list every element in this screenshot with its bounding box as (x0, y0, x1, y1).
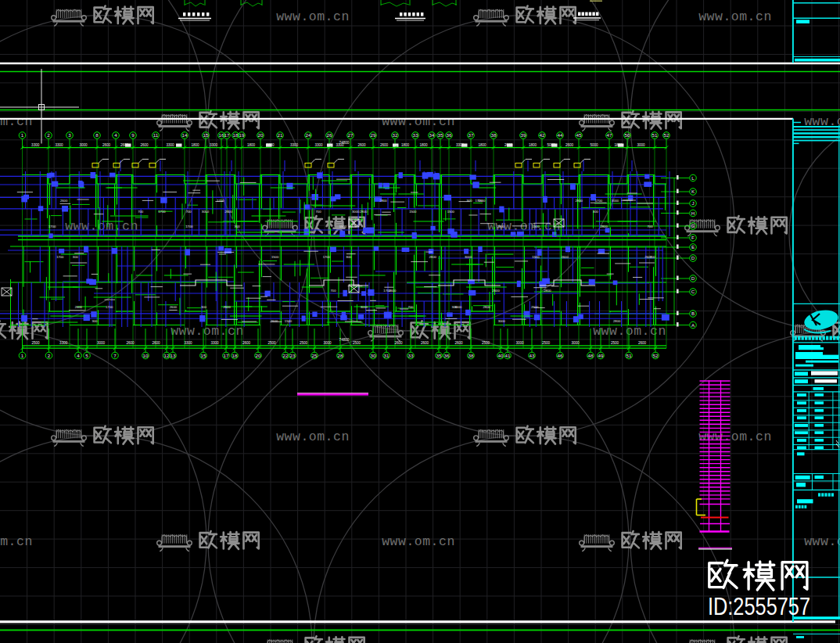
svg-text:1700: 1700 (595, 199, 603, 203)
svg-text:1800: 1800 (401, 143, 410, 147)
svg-text:7: 7 (113, 353, 117, 358)
svg-text:2500: 2500 (542, 341, 551, 345)
svg-text:2800: 2800 (429, 255, 437, 259)
svg-text:2600: 2600 (454, 341, 463, 345)
svg-text:2800: 2800 (483, 305, 491, 309)
svg-text:www.om.cn: www.om.cn (171, 324, 244, 339)
svg-text:2800: 2800 (497, 225, 505, 228)
svg-text:1800: 1800 (247, 143, 256, 147)
svg-text:www.om.cn: www.om.cn (698, 9, 772, 24)
svg-text:2600: 2600 (638, 341, 647, 345)
svg-text:2600: 2600 (394, 341, 403, 345)
svg-text:1800: 1800 (478, 143, 486, 147)
svg-text:2800: 2800 (613, 319, 621, 323)
svg-text:2600: 2600 (565, 143, 574, 147)
svg-text:18: 18 (233, 132, 239, 138)
svg-text:2800: 2800 (379, 199, 387, 203)
svg-text:20: 20 (256, 353, 261, 358)
svg-text:8: 8 (95, 132, 99, 138)
svg-text:ID:2555757: ID:2555757 (708, 593, 810, 620)
svg-text:2600: 2600 (531, 305, 539, 309)
svg-text:L: L (691, 175, 695, 181)
svg-text:www.om.cn: www.om.cn (804, 534, 840, 549)
svg-text:E: E (691, 244, 695, 250)
svg-text:2500: 2500 (611, 341, 619, 345)
svg-text:38: 38 (491, 132, 497, 138)
svg-text:1500: 1500 (532, 225, 540, 228)
svg-text:1700: 1700 (217, 199, 224, 203)
svg-text:52: 52 (664, 132, 669, 138)
svg-text:41: 41 (505, 353, 511, 358)
svg-text:2600: 2600 (152, 341, 160, 345)
svg-text:2800: 2800 (360, 210, 368, 214)
svg-text:300: 300 (452, 305, 458, 309)
svg-text:C: C (691, 289, 695, 294)
svg-text:300: 300 (346, 255, 352, 259)
svg-text:3000: 3000 (637, 143, 645, 147)
svg-text:34: 34 (429, 132, 435, 138)
svg-text:1700: 1700 (106, 305, 113, 309)
svg-text:H: H (691, 210, 695, 216)
svg-text:18: 18 (232, 353, 238, 358)
svg-text:3300: 3300 (290, 143, 299, 147)
svg-text:48: 48 (588, 353, 594, 358)
svg-text:20: 20 (258, 132, 264, 138)
svg-text:35: 35 (436, 353, 442, 358)
svg-text:300: 300 (92, 319, 98, 323)
svg-text:D: D (691, 275, 695, 281)
svg-text:www.om.cn: www.om.cn (276, 429, 350, 444)
svg-text:17: 17 (224, 132, 230, 138)
svg-text:37: 37 (468, 132, 474, 138)
svg-text:2600: 2600 (223, 305, 231, 309)
svg-text:2600: 2600 (170, 305, 178, 309)
svg-text:23: 23 (290, 353, 296, 358)
svg-text:1500: 1500 (339, 225, 347, 228)
svg-text:3300: 3300 (55, 143, 63, 147)
svg-text:74800: 74800 (339, 338, 350, 342)
svg-text:3000: 3000 (202, 210, 210, 214)
svg-text:3000: 3000 (571, 341, 580, 345)
svg-text:3000: 3000 (352, 210, 360, 214)
svg-text:www.om.cn: www.om.cn (382, 534, 455, 549)
svg-text:2600: 2600 (102, 143, 111, 147)
svg-text:1700: 1700 (158, 210, 166, 214)
svg-text:38: 38 (468, 353, 474, 358)
svg-text:www.om.cn: www.om.cn (65, 639, 138, 643)
svg-text:2600: 2600 (271, 319, 278, 323)
svg-text:700: 700 (331, 289, 337, 293)
svg-text:74800: 74800 (339, 141, 350, 145)
svg-text:5000: 5000 (590, 143, 598, 147)
svg-text:3000: 3000 (498, 319, 506, 323)
svg-text:1700: 1700 (185, 225, 193, 228)
svg-text:2500: 2500 (353, 341, 361, 345)
svg-text:www.om.cn: www.om.cn (382, 114, 455, 129)
svg-text:700: 700 (186, 210, 192, 214)
svg-text:39: 39 (521, 132, 526, 138)
svg-text:www.om.cn: www.om.cn (0, 534, 33, 549)
svg-text:www.om.cn: www.om.cn (276, 9, 350, 24)
svg-text:1500: 1500 (532, 255, 540, 259)
svg-text:36: 36 (444, 353, 450, 358)
svg-text:44: 44 (558, 132, 563, 138)
svg-text:1800: 1800 (419, 143, 428, 147)
svg-text:1500: 1500 (285, 319, 293, 323)
svg-text:2600: 2600 (492, 289, 500, 293)
svg-text:51: 51 (626, 353, 632, 358)
svg-text:24: 24 (306, 132, 311, 138)
svg-text:47: 47 (607, 132, 612, 138)
svg-text:3300: 3300 (210, 341, 219, 345)
svg-text:700: 700 (650, 255, 656, 259)
svg-text:2600: 2600 (357, 143, 366, 147)
svg-text:19: 19 (239, 132, 245, 138)
svg-text:www.om.cn: www.om.cn (698, 429, 772, 444)
svg-text:3000: 3000 (465, 255, 472, 259)
svg-text:49: 49 (598, 353, 604, 358)
svg-text:33: 33 (413, 132, 418, 138)
svg-text:2600: 2600 (421, 341, 429, 345)
svg-text:43: 43 (529, 353, 535, 358)
svg-text:52: 52 (653, 353, 659, 358)
svg-text:15: 15 (203, 132, 209, 138)
svg-text:2500: 2500 (482, 341, 490, 345)
svg-text:22: 22 (283, 353, 289, 358)
svg-text:32: 32 (393, 132, 398, 138)
